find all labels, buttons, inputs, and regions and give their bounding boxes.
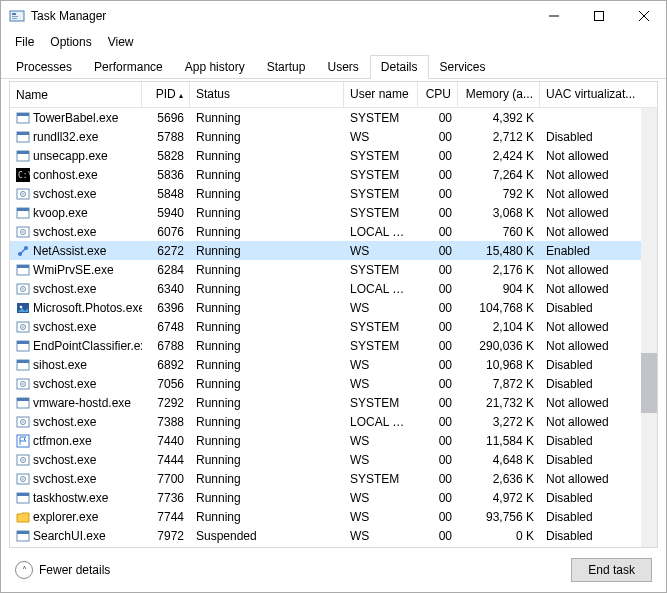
cell-status: Running <box>190 205 344 221</box>
table-row[interactable]: WmiPrvSE.exe6284RunningSYSTEM002,176 KNo… <box>10 260 657 279</box>
col-cpu[interactable]: CPU <box>418 82 458 107</box>
svg-point-36 <box>22 326 24 328</box>
close-button[interactable] <box>621 2 666 31</box>
cell-cpu: 00 <box>418 528 458 544</box>
table-row[interactable]: svchost.exe7444RunningWS004,648 KDisable… <box>10 450 657 469</box>
table-row[interactable]: sihost.exe6892RunningWS0010,968 KDisable… <box>10 355 657 374</box>
tab-apphistory[interactable]: App history <box>174 55 256 79</box>
scrollbar-track[interactable] <box>641 108 657 547</box>
table-row[interactable]: unsecapp.exe5828RunningSYSTEM002,424 KNo… <box>10 146 657 165</box>
cell-uac: Disabled <box>540 357 642 373</box>
table-row[interactable]: svchost.exe7700RunningSYSTEM002,636 KNot… <box>10 469 657 488</box>
process-icon <box>16 111 30 125</box>
tab-startup[interactable]: Startup <box>256 55 317 79</box>
menu-bar: File Options View <box>1 31 666 53</box>
scrollbar-thumb[interactable] <box>641 353 657 413</box>
cell-cpu: 00 <box>418 129 458 145</box>
cell-name: svchost.exe <box>10 319 142 335</box>
col-uac[interactable]: UAC virtualizat... <box>540 82 642 107</box>
cell-uac: Disabled <box>540 490 642 506</box>
table-row[interactable]: svchost.exe6340RunningLOCAL SE...00904 K… <box>10 279 657 298</box>
cell-cpu: 00 <box>418 376 458 392</box>
svg-rect-13 <box>17 151 29 154</box>
svg-rect-5 <box>594 12 603 21</box>
cell-uac: Disabled <box>540 129 642 145</box>
cell-mem: 3,272 K <box>458 414 540 430</box>
cell-pid: 6340 <box>142 281 190 297</box>
menu-view[interactable]: View <box>100 33 142 51</box>
process-icon <box>16 301 30 315</box>
cell-user: WS <box>344 300 418 316</box>
minimize-button[interactable] <box>531 2 576 31</box>
cell-name: rundll32.exe <box>10 129 142 145</box>
cell-name: NetAssist.exe <box>10 243 142 259</box>
menu-file[interactable]: File <box>7 33 42 51</box>
cell-uac: Not allowed <box>540 148 642 164</box>
column-headers: Name PID ▴ Status User name CPU Memory (… <box>10 82 657 108</box>
cell-pid: 7292 <box>142 395 190 411</box>
table-row[interactable]: explorer.exe7744RunningWS0093,756 KDisab… <box>10 507 657 526</box>
cell-pid: 5836 <box>142 167 190 183</box>
cell-mem: 2,636 K <box>458 471 540 487</box>
table-row[interactable]: rundll32.exe5788RunningWS002,712 KDisabl… <box>10 127 657 146</box>
table-row[interactable]: svchost.exe5848RunningSYSTEM00792 KNot a… <box>10 184 657 203</box>
col-status[interactable]: Status <box>190 82 344 107</box>
table-row[interactable]: svchost.exe6748RunningSYSTEM002,104 KNot… <box>10 317 657 336</box>
tab-users[interactable]: Users <box>316 55 369 79</box>
cell-name: vmware-hostd.exe <box>10 395 142 411</box>
cell-uac: Not allowed <box>540 262 642 278</box>
process-icon <box>16 187 30 201</box>
svg-rect-20 <box>17 208 29 211</box>
end-task-button[interactable]: End task <box>571 558 652 582</box>
cell-cpu: 00 <box>418 509 458 525</box>
col-name[interactable]: Name <box>10 82 142 107</box>
col-user[interactable]: User name <box>344 82 418 107</box>
table-row[interactable]: SearchUI.exe7972SuspendedWS000 KDisabled <box>10 526 657 545</box>
tab-processes[interactable]: Processes <box>5 55 83 79</box>
table-row[interactable]: C:\conhost.exe5836RunningSYSTEM007,264 K… <box>10 165 657 184</box>
table-row[interactable]: ctfmon.exe7440RunningWS0011,584 KDisable… <box>10 431 657 450</box>
window-title: Task Manager <box>31 9 106 23</box>
table-row[interactable]: EndPointClassifier.exe6788RunningSYSTEM0… <box>10 336 657 355</box>
col-pid[interactable]: PID ▴ <box>142 82 190 107</box>
table-row[interactable]: svchost.exe7056RunningWS007,872 KDisable… <box>10 374 657 393</box>
cell-status: Running <box>190 281 344 297</box>
menu-options[interactable]: Options <box>42 33 99 51</box>
cell-user: WS <box>344 528 418 544</box>
maximize-button[interactable] <box>576 2 621 31</box>
process-list[interactable]: TowerBabel.exe5696RunningSYSTEM004,392 K… <box>10 108 657 547</box>
tab-services[interactable]: Services <box>429 55 497 79</box>
table-row[interactable]: taskhostw.exe7736RunningWS004,972 KDisab… <box>10 488 657 507</box>
table-row[interactable]: Microsoft.Photos.exe6396RunningWS00104,7… <box>10 298 657 317</box>
col-mem[interactable]: Memory (a... <box>458 82 540 107</box>
cell-user: WS <box>344 490 418 506</box>
cell-pid: 7440 <box>142 433 190 449</box>
table-row[interactable]: svchost.exe7388RunningLOCAL SE...003,272… <box>10 412 657 431</box>
cell-mem: 2,176 K <box>458 262 540 278</box>
tab-details[interactable]: Details <box>370 55 429 79</box>
cell-mem: 21,732 K <box>458 395 540 411</box>
fewer-details-toggle[interactable]: ˄ Fewer details <box>15 561 110 579</box>
cell-uac: Not allowed <box>540 281 642 297</box>
table-row[interactable]: NetAssist.exe6272RunningWS0015,480 KEnab… <box>10 241 657 260</box>
table-row[interactable]: vmware-hostd.exe7292RunningSYSTEM0021,73… <box>10 393 657 412</box>
cell-uac: Disabled <box>540 376 642 392</box>
table-row[interactable]: kvoop.exe5940RunningSYSTEM003,068 KNot a… <box>10 203 657 222</box>
table-row[interactable]: TowerBabel.exe5696RunningSYSTEM004,392 K <box>10 108 657 127</box>
cell-status: Running <box>190 319 344 335</box>
cell-name: svchost.exe <box>10 414 142 430</box>
cell-user: WS <box>344 509 418 525</box>
cell-mem: 2,104 K <box>458 319 540 335</box>
cell-user: SYSTEM <box>344 471 418 487</box>
table-row[interactable]: svchost.exe6076RunningLOCAL SE...00760 K… <box>10 222 657 241</box>
cell-pid: 7972 <box>142 528 190 544</box>
cell-cpu: 00 <box>418 357 458 373</box>
svg-point-18 <box>22 193 24 195</box>
tab-performance[interactable]: Performance <box>83 55 174 79</box>
details-panel: Name PID ▴ Status User name CPU Memory (… <box>9 81 658 548</box>
svg-point-43 <box>22 383 24 385</box>
cell-uac: Disabled <box>540 528 642 544</box>
process-icon <box>16 225 30 239</box>
cell-mem: 11,584 K <box>458 433 540 449</box>
cell-user: WS <box>344 376 418 392</box>
